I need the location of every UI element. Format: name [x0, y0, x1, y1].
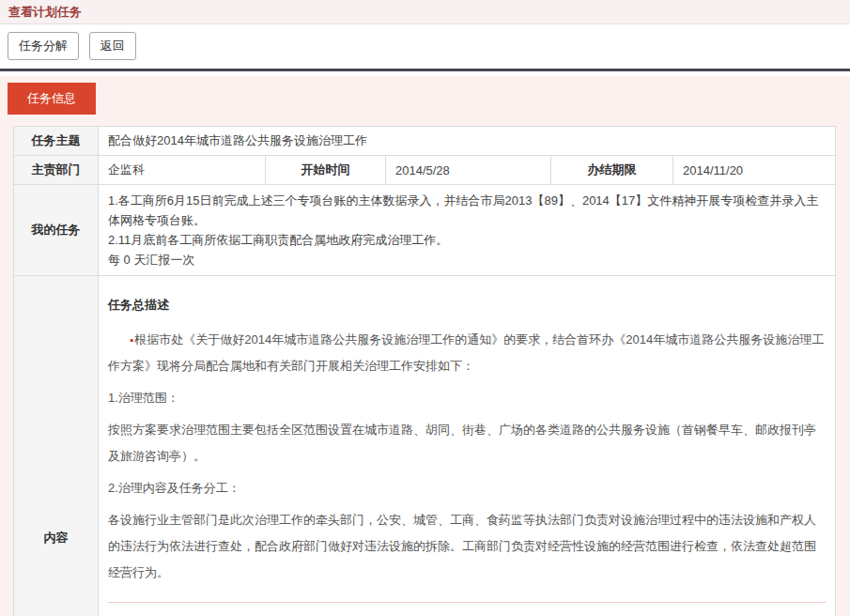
table-row-content: 内容 任务总描述 ▪根据市处《关于做好2014年城市道路公共服务设施治理工作的通…: [14, 276, 836, 616]
back-button[interactable]: 返回: [89, 32, 136, 60]
my-task-value: 1.各工商所6月15日前完成上述三个专项台账的主体数据录入，并结合市局2013【…: [99, 185, 836, 276]
subject-label: 任务主题: [14, 127, 99, 156]
my-task-line: 1.各工商所6月15日前完成上述三个专项台账的主体数据录入，并结合市局2013【…: [108, 191, 826, 230]
my-task-line: 2.11月底前各工商所依据工商职责配合属地政府完成治理工作。: [108, 230, 826, 250]
task-decompose-button[interactable]: 任务分解: [8, 32, 79, 60]
table-row-department: 主责部门 企监科 开始时间 2014/5/28 办结期限 2014/11/20: [14, 156, 836, 185]
department-value: 企监科: [99, 156, 266, 185]
toolbar: 任务分解 返回: [0, 24, 850, 69]
division-paragraph: 各设施行业主管部门是此次治理工作的牵头部门，公安、城管、工商、食药监等执法部门负…: [108, 507, 826, 586]
my-task-label: 我的任务: [14, 185, 99, 276]
task-detail-table-wrap: 任务主题 配合做好2014年城市道路公共服务设施治理工作 主责部门 企监科 开始…: [13, 126, 836, 616]
division-heading: 2.治理内容及任务分工：: [108, 475, 826, 501]
section-divider: [0, 69, 850, 71]
scope-paragraph: 按照方案要求治理范围主要包括全区范围设置在城市道路、胡同、街巷、广场的各类道路的…: [108, 417, 826, 470]
content-value: 任务总描述 ▪根据市处《关于做好2014年城市道路公共服务设施治理工作的通知》的…: [99, 276, 836, 616]
start-time-value: 2014/5/28: [386, 156, 551, 185]
overall-description-paragraph: ▪根据市处《关于做好2014年城市道路公共服务设施治理工作的通知》的要求，结合首…: [108, 327, 826, 379]
content-label: 内容: [14, 276, 99, 616]
department-label: 主责部门: [14, 156, 99, 185]
overall-description-text: 根据市处《关于做好2014年城市道路公共服务设施治理工作的通知》的要求，结合首环…: [108, 332, 824, 373]
deadline-value: 2014/11/20: [673, 156, 836, 185]
overall-description-heading: 任务总描述: [108, 297, 826, 314]
tab-task-info[interactable]: 任务信息: [8, 83, 96, 115]
start-time-label: 开始时间: [266, 156, 386, 185]
task-info-panel: 任务信息 任务主题 配合做好2014年城市道路公共服务设施治理工作 主责部门 企…: [0, 76, 850, 616]
table-row-subject: 任务主题 配合做好2014年城市道路公共服务设施治理工作: [14, 127, 836, 156]
deadline-label: 办结期限: [551, 156, 673, 185]
table-row-my-task: 我的任务 1.各工商所6月15日前完成上述三个专项台账的主体数据录入，并结合市局…: [14, 185, 836, 276]
subject-value: 配合做好2014年城市道路公共服务设施治理工作: [99, 127, 836, 156]
scope-heading: 1.治理范围：: [108, 385, 826, 411]
page-title: 查看计划任务: [0, 0, 850, 24]
pink-divider: [108, 602, 826, 603]
task-detail-table: 任务主题 配合做好2014年城市道路公共服务设施治理工作 主责部门 企监科 开始…: [13, 126, 836, 616]
my-task-line: 每 0 天汇报一次: [108, 250, 826, 270]
red-square-bullet-icon: ▪: [130, 334, 133, 346]
